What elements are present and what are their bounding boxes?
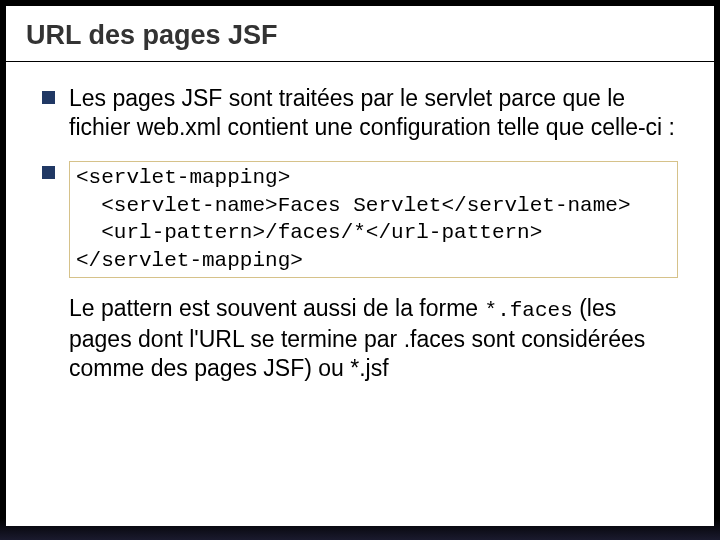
slide: URL des pages JSF Les pages JSF sont tra… (6, 6, 714, 526)
square-bullet-icon (42, 166, 55, 179)
bullet-item-1: Les pages JSF sont traitées par le servl… (42, 84, 678, 143)
code-block: <servlet-mapping> <servlet-name>Faces Se… (69, 161, 678, 278)
code-line-4: </servlet-mapping> (76, 249, 303, 272)
title-bar: URL des pages JSF (6, 6, 714, 62)
square-bullet-icon (42, 91, 55, 104)
code-line-1: <servlet-mapping> (76, 166, 290, 189)
followup-text-pre: Le pattern est souvent aussi de la forme (69, 295, 485, 321)
slide-content: Les pages JSF sont traitées par le servl… (6, 62, 714, 394)
code-line-3: <url-pattern>/faces/*</url-pattern> (76, 221, 542, 244)
bullet-text-1: Les pages JSF sont traitées par le servl… (69, 84, 678, 143)
code-block-container: <servlet-mapping> <servlet-name>Faces Se… (69, 161, 678, 278)
inline-code: *.faces (485, 299, 573, 322)
followup-paragraph: Le pattern est souvent aussi de la forme… (69, 294, 678, 384)
slide-title: URL des pages JSF (26, 20, 694, 51)
code-line-2: <servlet-name>Faces Servlet</servlet-nam… (76, 194, 631, 217)
